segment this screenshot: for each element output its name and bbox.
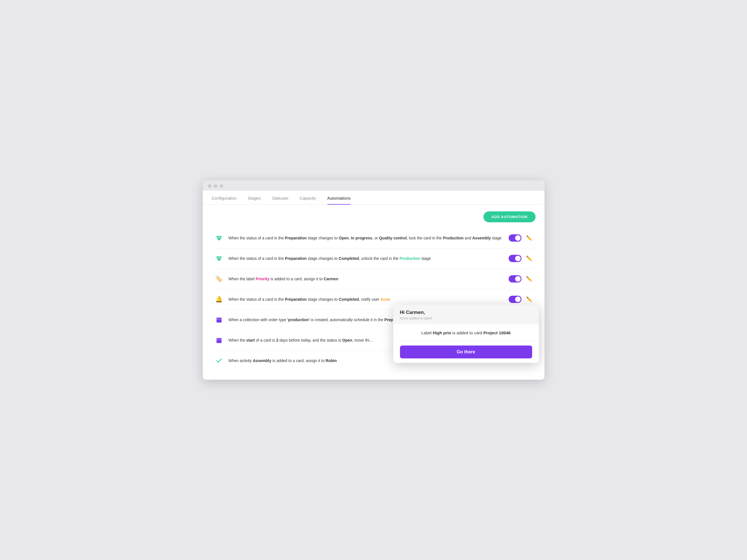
automation-edit-1[interactable]: ✏️ [525, 234, 533, 242]
main-content: ADD AUTOMATION When the status of a card… [203, 205, 544, 380]
automation-icon-5 [214, 315, 224, 325]
automation-row-actions-1: ✏️ [509, 234, 533, 242]
automation-row: 🏷️ When the label Priority is added to a… [212, 269, 536, 289]
automation-edit-4[interactable]: ✏️ [525, 295, 533, 303]
automation-icon-2 [214, 254, 224, 264]
tab-stages[interactable]: Stages [248, 191, 261, 205]
automation-row-actions-3: ✏️ [509, 275, 533, 283]
automation-icon-1 [214, 233, 224, 243]
go-there-button[interactable]: Go there [400, 346, 532, 358]
svg-rect-3 [216, 319, 222, 319]
app-window: Configuration Stages Statuses Capacity A… [203, 180, 544, 380]
window-dot-1 [208, 184, 211, 188]
automation-row: When the status of a card in the Prepara… [212, 248, 536, 269]
automation-icon-3: 🏷️ [214, 274, 224, 284]
notification-body: Label High prio is added to card Project… [393, 324, 539, 341]
automation-edit-3[interactable]: ✏️ [525, 275, 533, 283]
automation-toggle-2[interactable] [509, 255, 521, 262]
svg-rect-7 [216, 339, 222, 340]
automation-icon-4: 🔔 [214, 294, 224, 304]
notification-footer: Go there [393, 341, 539, 363]
automation-row-actions-2: ✏️ [509, 254, 533, 263]
svg-rect-4 [216, 338, 222, 343]
automation-text-2: When the status of a card in the Prepara… [229, 256, 504, 262]
svg-rect-5 [217, 338, 218, 339]
window-dot-3 [220, 184, 223, 188]
window-dot-2 [214, 184, 217, 188]
automation-row-actions-4: ✏️ [509, 295, 533, 303]
notification-popup: Hi Carmen, Anne added a label! Label Hig… [393, 304, 539, 363]
svg-rect-2 [220, 317, 221, 318]
add-automation-button[interactable]: ADD AUTOMATION [484, 211, 535, 222]
automation-icon-7 [214, 355, 224, 366]
automation-toggle-4[interactable] [509, 296, 521, 303]
toolbar: ADD AUTOMATION [212, 211, 536, 222]
svg-rect-6 [220, 338, 221, 339]
automation-row: When the status of a card in the Prepara… [212, 228, 536, 248]
tab-capacity[interactable]: Capacity [300, 191, 316, 205]
automation-toggle-3[interactable] [509, 275, 521, 283]
tab-statuses[interactable]: Statuses [272, 191, 288, 205]
notification-subtitle: Anne added a label! [400, 316, 532, 320]
notification-greeting: Hi Carmen, [400, 310, 532, 315]
svg-rect-1 [217, 317, 218, 318]
titlebar [203, 180, 544, 191]
notification-header: Hi Carmen, Anne added a label! [393, 304, 539, 324]
automation-icon-6 [214, 335, 224, 345]
automation-text-1: When the status of a card in the Prepara… [229, 235, 504, 241]
automation-text-3: When the label Priority is added to a ca… [229, 276, 504, 282]
automation-edit-2[interactable]: ✏️ [525, 254, 533, 263]
svg-rect-0 [216, 318, 222, 323]
automation-toggle-1[interactable] [509, 234, 521, 242]
tab-automations[interactable]: Automations [327, 191, 351, 205]
tabs-bar: Configuration Stages Statuses Capacity A… [203, 191, 544, 205]
automation-text-4: When the status of a card in the Prepara… [229, 296, 504, 302]
tab-configuration[interactable]: Configuration [212, 191, 237, 205]
